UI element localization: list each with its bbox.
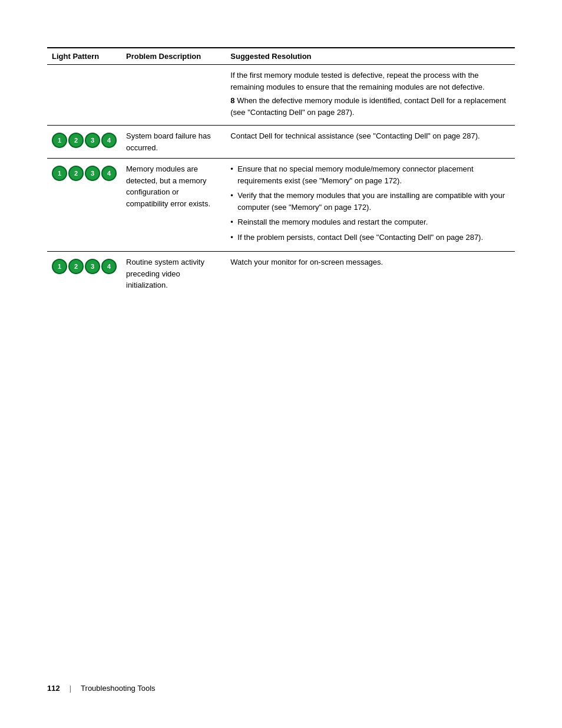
circle-group: 1 2 3 4 [52, 166, 117, 181]
step-number: 8 [230, 96, 234, 105]
light-pattern-cell [47, 65, 121, 126]
diagnostic-table: Light Pattern Problem Description Sugges… [47, 47, 515, 296]
circle-4: 4 [101, 259, 117, 274]
circle-3: 3 [85, 259, 100, 274]
resolution-text: Contact Dell for technical assistance (s… [230, 130, 510, 142]
problem-cell: System board failure has occurred. [121, 126, 226, 159]
list-item: If the problem persists, contact Dell (s… [230, 232, 510, 243]
list-item: Ensure that no special memory module/mem… [230, 163, 510, 186]
light-pattern-cell: 1 2 3 4 [47, 252, 121, 296]
page-number: 112 [47, 684, 60, 693]
circle-4: 4 [101, 166, 117, 181]
problem-cell [121, 65, 226, 126]
problem-cell: Memory modules are detected, but a memor… [121, 159, 226, 252]
footer-separator: | [70, 684, 71, 693]
resolution-text: Watch your monitor for on-screen message… [230, 256, 510, 268]
problem-cell: Routine system activity preceding video … [121, 252, 226, 296]
circle-3: 3 [85, 133, 100, 148]
table-row: 1 2 3 4 Memory modules are detected, but… [47, 159, 515, 252]
resolution-step-8: 8 When the defective memory module is id… [230, 95, 510, 118]
light-pattern-cell: 1 2 3 4 [47, 159, 121, 252]
circle-1: 1 [52, 133, 67, 148]
circle-2: 2 [68, 166, 84, 181]
footer: 112 | Troubleshooting Tools [47, 684, 156, 693]
circle-2: 2 [68, 259, 84, 274]
resolution-cell: If the first memory module tested is def… [226, 65, 515, 126]
circle-3: 3 [85, 166, 100, 181]
resolution-cell: Watch your monitor for on-screen message… [226, 252, 515, 296]
col-header-resolution: Suggested Resolution [226, 48, 515, 65]
light-pattern-cell: 1 2 3 4 [47, 126, 121, 159]
section-title: Troubleshooting Tools [81, 684, 155, 693]
resolution-text: If the first memory module tested is def… [230, 70, 510, 93]
table-row: 1 2 3 4 Routine system activity precedin… [47, 252, 515, 296]
circle-1: 1 [52, 166, 67, 181]
circle-1: 1 [52, 259, 67, 274]
table-row: 1 2 3 4 System board failure has occurre… [47, 126, 515, 159]
circle-group: 1 2 3 4 [52, 133, 117, 148]
list-item: Verify that the memory modules that you … [230, 190, 510, 213]
circle-2: 2 [68, 133, 84, 148]
page-container: Light Pattern Problem Description Sugges… [0, 0, 562, 728]
col-header-problem: Problem Description [121, 48, 226, 65]
bullet-list: Ensure that no special memory module/mem… [230, 163, 510, 243]
circle-group: 1 2 3 4 [52, 259, 117, 274]
table-row: If the first memory module tested is def… [47, 65, 515, 126]
circle-4: 4 [101, 133, 117, 148]
resolution-cell: Contact Dell for technical assistance (s… [226, 126, 515, 159]
resolution-cell: Ensure that no special memory module/mem… [226, 159, 515, 252]
list-item: Reinstall the memory modules and restart… [230, 216, 510, 228]
col-header-light-pattern: Light Pattern [47, 48, 121, 65]
